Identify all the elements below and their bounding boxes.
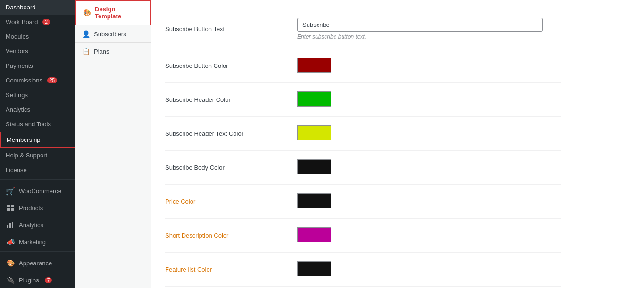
sidebar-item-license[interactable]: License: [0, 163, 75, 177]
form-row-feature-list-color: Feature list Color: [165, 253, 561, 287]
feature-list-color-swatch[interactable]: [297, 261, 331, 276]
svg-rect-6: [12, 222, 13, 228]
plans-icon: 📋: [82, 48, 90, 55]
dashboard-label: Dashboard: [6, 4, 36, 11]
appearance-label: Appearance: [19, 260, 52, 267]
products-label: Products: [19, 205, 43, 212]
subscribe-body-color-swatch[interactable]: [297, 159, 331, 174]
subscribe-body-color-label: Subscribe Body Color: [165, 164, 297, 171]
marketing-icon: 📣: [6, 237, 15, 247]
sidebar-item-analytics[interactable]: Analytics: [0, 102, 75, 117]
sidebar-item-vendors[interactable]: Vendors: [0, 44, 75, 58]
subscribe-header-color-label: Subscribe Header Color: [165, 96, 297, 103]
plans-label: Plans: [94, 48, 109, 55]
analytics2-label: Analytics: [19, 222, 43, 229]
form-row-price-color: Price Color: [165, 185, 561, 219]
feature-list-color-field: [297, 261, 561, 278]
sidebar-divider-1: [0, 179, 75, 180]
sidebar-item-appearance[interactable]: 🎨 Appearance: [0, 254, 75, 271]
sub-sidebar-item-subscribers[interactable]: 👤 Subscribers: [75, 25, 151, 43]
subscribe-button-color-swatch[interactable]: [297, 58, 331, 73]
main-content: Subscribe Button Text Enter subscribe bu…: [151, 0, 644, 288]
subscribe-button-color-label: Subscribe Button Color: [165, 62, 297, 69]
analytics-label: Analytics: [6, 106, 30, 113]
sidebar-item-analytics2[interactable]: Analytics: [0, 215, 75, 232]
subscribers-icon: 👤: [82, 30, 90, 38]
svg-rect-5: [9, 223, 11, 228]
svg-rect-4: [7, 225, 8, 228]
sidebar-item-settings[interactable]: Settings: [0, 88, 75, 102]
plugins-badge: 7: [45, 277, 52, 283]
subscribe-body-color-field: [297, 159, 561, 176]
content-inner: Subscribe Button Text Enter subscribe bu…: [151, 0, 576, 288]
price-color-swatch[interactable]: [297, 193, 331, 208]
subscribe-button-text-field: Enter subscribe button text.: [297, 18, 561, 40]
form-row-subscribe-body-color: Subscribe Body Color: [165, 151, 561, 185]
main-sidebar: Dashboard Work Board 2 Modules Vendors P…: [0, 0, 75, 288]
membership-label: Membership: [7, 136, 41, 143]
feature-list-color-label: Feature list Color: [165, 266, 297, 273]
sidebar-item-woocommerce[interactable]: 🛒 WooCommerce: [0, 181, 75, 198]
sub-sidebar-item-design-template[interactable]: 🎨 Design Template: [75, 0, 151, 25]
form-row-subscribe-button-text: Subscribe Button Text Enter subscribe bu…: [165, 9, 561, 49]
subscribe-header-text-color-label: Subscribe Header Text Color: [165, 130, 297, 137]
workboard-badge: 2: [42, 19, 50, 25]
vendors-label: Vendors: [6, 48, 28, 55]
settings-label: Settings: [6, 91, 28, 99]
sidebar-item-modules[interactable]: Modules: [0, 29, 75, 44]
help-support-label: Help & Support: [6, 152, 47, 159]
sidebar-item-status-tools[interactable]: Status and Tools: [0, 117, 75, 132]
sidebar-item-marketing[interactable]: 📣 Marketing: [0, 232, 75, 249]
workboard-label: Work Board: [6, 18, 38, 25]
sidebar-item-membership[interactable]: Membership: [0, 132, 75, 148]
sidebar-item-dashboard[interactable]: Dashboard: [0, 0, 75, 15]
subscribe-button-text-label: Subscribe Button Text: [165, 25, 297, 33]
modules-label: Modules: [6, 33, 29, 40]
subscribe-button-text-hint: Enter subscribe button text.: [297, 33, 561, 40]
subscribe-button-color-field: [297, 58, 561, 74]
short-description-color-swatch[interactable]: [297, 227, 331, 242]
svg-rect-0: [7, 205, 10, 207]
sidebar-item-payments[interactable]: Payments: [0, 58, 75, 73]
svg-rect-1: [11, 205, 14, 207]
svg-rect-2: [7, 208, 10, 211]
plugins-icon: 🔌: [6, 275, 15, 285]
short-description-color-label: Short Description Color: [165, 232, 297, 239]
subscribe-header-text-color-field: [297, 125, 561, 142]
sidebar-item-help-support[interactable]: Help & Support: [0, 148, 75, 163]
sidebar-item-products[interactable]: Products: [0, 198, 75, 215]
design-template-icon: 🎨: [83, 9, 91, 16]
sidebar-divider-2: [0, 251, 75, 252]
subscribers-label: Subscribers: [94, 31, 126, 38]
design-template-label: Design Template: [95, 6, 143, 20]
license-label: License: [6, 166, 27, 173]
sidebar-item-workboard[interactable]: Work Board 2: [0, 15, 75, 29]
payments-label: Payments: [6, 62, 33, 69]
woocommerce-label: WooCommerce: [19, 188, 61, 195]
svg-rect-3: [11, 208, 14, 211]
commissions-badge: 25: [47, 77, 57, 83]
subscribe-header-color-field: [297, 91, 561, 108]
short-description-color-field: [297, 227, 561, 244]
sidebar-item-commissions[interactable]: Commissions 25: [0, 73, 75, 88]
marketing-label: Marketing: [19, 239, 46, 246]
commissions-label: Commissions: [6, 77, 42, 84]
status-tools-label: Status and Tools: [6, 121, 51, 128]
price-color-label: Price Color: [165, 198, 297, 205]
form-row-subscribe-header-text-color: Subscribe Header Text Color: [165, 117, 561, 151]
sub-sidebar-item-plans[interactable]: 📋 Plans: [75, 43, 151, 60]
price-color-field: [297, 193, 561, 210]
form-row-short-description-color: Short Description Color: [165, 219, 561, 253]
form-row-subscribe-button-color: Subscribe Button Color: [165, 49, 561, 83]
analytics-icon: [6, 220, 15, 230]
products-icon: [6, 203, 15, 213]
subscribe-button-text-input[interactable]: [297, 18, 543, 32]
sidebar-item-plugins[interactable]: 🔌 Plugins 7: [0, 271, 75, 288]
sub-sidebar: 🎨 Design Template 👤 Subscribers 📋 Plans: [75, 0, 151, 288]
woo-icon: 🛒: [6, 186, 15, 196]
subscribe-header-text-color-swatch[interactable]: [297, 125, 331, 140]
appearance-icon: 🎨: [6, 258, 15, 268]
plugins-label: Plugins: [19, 277, 39, 284]
form-row-subscribe-header-color: Subscribe Header Color: [165, 83, 561, 117]
subscribe-header-color-swatch[interactable]: [297, 91, 331, 107]
